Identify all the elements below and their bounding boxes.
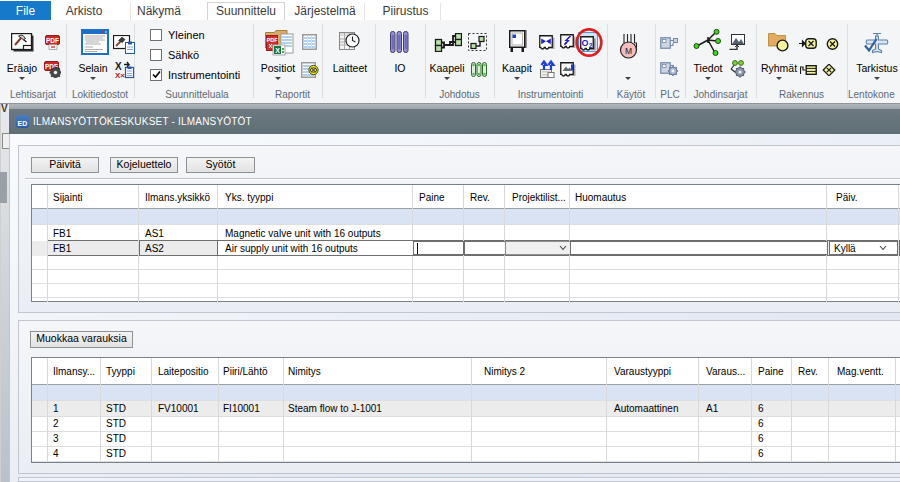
svg-text:PDF: PDF xyxy=(267,37,279,43)
svg-text:PDF: PDF xyxy=(46,37,59,44)
svg-text:M: M xyxy=(625,46,632,56)
svg-text:X×: X× xyxy=(115,71,125,79)
svg-text:X: X xyxy=(275,47,280,54)
